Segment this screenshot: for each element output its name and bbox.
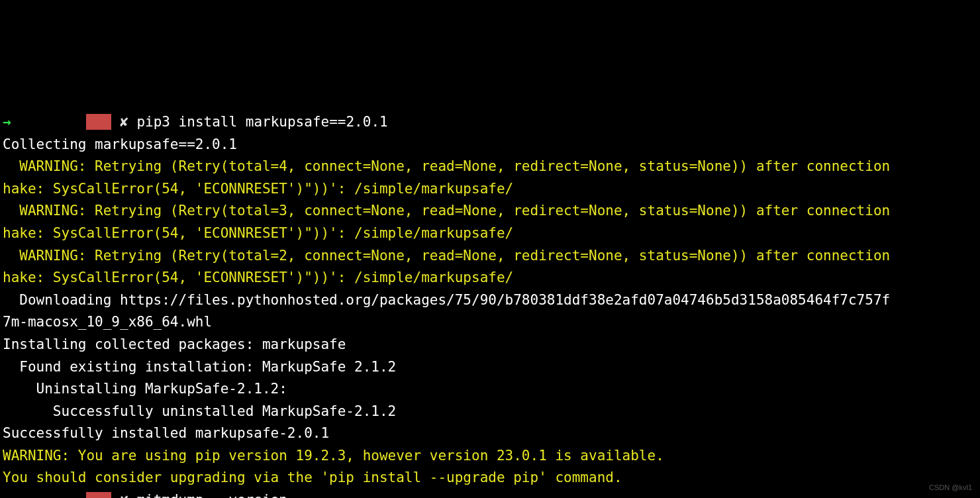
x-icon: ✘: [120, 492, 128, 498]
prompt-arrow-icon: →: [3, 492, 11, 498]
output-warning-2a: WARNING: Retrying (Retry(total=3, connec…: [3, 203, 890, 219]
output-installing: Installing collected packages: markupsaf…: [3, 336, 346, 352]
prompt-host-red: [86, 114, 111, 130]
output-warning-1b: hake: SysCallError(54, 'ECONNRESET')"))'…: [3, 181, 513, 197]
output-warning-3a: WARNING: Retrying (Retry(total=2, connec…: [3, 248, 890, 264]
output-warning-2b: hake: SysCallError(54, 'ECONNRESET')"))'…: [3, 225, 513, 241]
command-1: pip3 install markupsafe==2.0.1: [136, 114, 387, 130]
output-uninstalled: Successfully uninstalled MarkupSafe-2.1.…: [3, 403, 396, 419]
prompt-host-hidden: ~/u: [28, 114, 87, 130]
output-download-1: Downloading https://files.pythonhosted.o…: [3, 292, 890, 308]
output-success: Successfully installed markupsafe-2.0.1: [3, 425, 329, 441]
x-icon: ✘: [120, 114, 128, 130]
terminal-output[interactable]: → ~/u ✘ pip3 install markupsafe==2.0.1 C…: [0, 111, 980, 498]
output-download-2: 7m-macosx_10_9_x86_64.whl: [3, 314, 212, 330]
output-pip-warning-2: You should consider upgrading via the 'p…: [3, 470, 622, 485]
output-uninstalling: Uninstalling MarkupSafe-2.1.2:: [3, 381, 287, 397]
output-pip-warning-1: WARNING: You are using pip version 19.2.…: [3, 448, 664, 464]
output-found: Found existing installation: MarkupSafe …: [3, 359, 396, 375]
prompt-arrow-icon: →: [3, 114, 11, 130]
prompt-line-1: → ~/u ✘ pip3 install markupsafe==2.0.1: [3, 114, 388, 130]
output-warning-3b: hake: SysCallError(54, 'ECONNRESET')"))'…: [3, 270, 513, 285]
output-warning-1a: WARNING: Retrying (Retry(total=4, connec…: [3, 158, 890, 174]
prompt-host-red: [86, 492, 111, 498]
output-collecting: Collecting markupsafe==2.0.1: [3, 136, 237, 152]
prompt-host-hidden: ~/u: [28, 492, 87, 498]
command-2: mitmdump --version: [136, 492, 287, 498]
prompt-line-2: → ~/u ✘ mitmdump --version: [3, 492, 287, 498]
watermark: CSDN @kvl1: [929, 482, 972, 494]
